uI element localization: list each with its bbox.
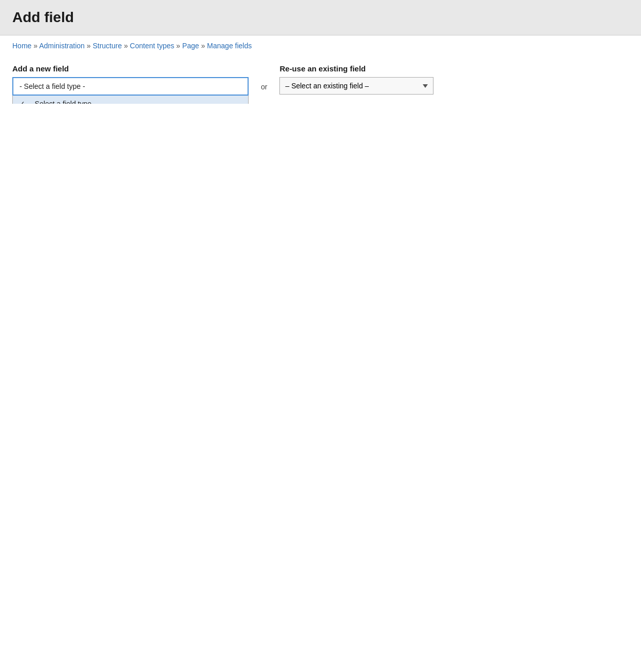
field-type-container: Add a new field - Select a field type - … xyxy=(12,64,249,96)
breadcrumb-administration[interactable]: Administration xyxy=(39,42,85,50)
page-header: Add field xyxy=(0,0,641,35)
existing-field-container: Re-use an existing field – Select an exi… xyxy=(279,64,433,95)
or-label: or xyxy=(257,83,271,91)
breadcrumb-manage-fields[interactable]: Manage fields xyxy=(207,42,252,50)
checkmark-icon: ✓ xyxy=(19,100,25,104)
add-new-field-label: Add a new field xyxy=(12,64,249,73)
page-title: Add field xyxy=(12,9,629,26)
add-field-section: Add a new field - Select a field type - … xyxy=(12,64,629,96)
existing-field-select[interactable]: – Select an existing field – xyxy=(279,77,433,95)
field-type-dropdown-trigger[interactable]: - Select a field type - xyxy=(12,77,249,96)
dropdown-selected-placeholder[interactable]: ✓ - Select a field type - xyxy=(13,96,248,104)
main-content: Add a new field - Select a field type - … xyxy=(0,56,641,104)
field-type-dropdown-selected: - Select a field type - xyxy=(20,82,85,90)
breadcrumb-content-types[interactable]: Content types xyxy=(130,42,174,50)
breadcrumb-home[interactable]: Home xyxy=(12,42,31,50)
field-type-dropdown-list: ✓ - Select a field type - General Addres… xyxy=(12,96,249,104)
reuse-field-label: Re-use an existing field xyxy=(279,64,433,73)
breadcrumb-page[interactable]: Page xyxy=(182,42,199,50)
breadcrumb: Home » Administration » Structure » Cont… xyxy=(0,35,641,56)
breadcrumb-structure[interactable]: Structure xyxy=(92,42,122,50)
